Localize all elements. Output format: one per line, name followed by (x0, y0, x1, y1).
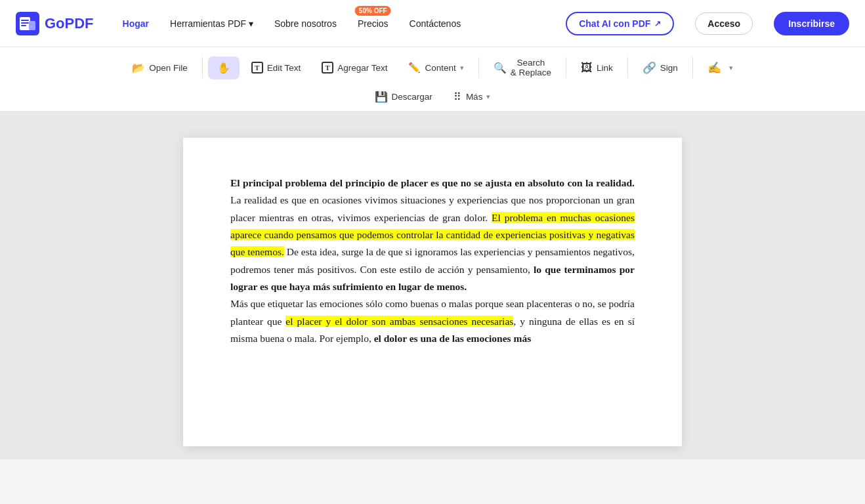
hand-icon: ✋ (217, 62, 230, 74)
descargar-icon: 💾 (375, 91, 388, 103)
nav-tools[interactable]: Herramientas PDF ▾ (170, 18, 253, 29)
search-replace-button[interactable]: 🔍 Search& Replace (484, 52, 560, 83)
toolbar-divider-5 (692, 57, 693, 78)
discount-badge: 50% OFF (355, 6, 391, 16)
agregar-text-button[interactable]: T Agregar Text (312, 56, 396, 79)
svg-rect-4 (21, 25, 26, 26)
sign-button[interactable]: ✍ ▾ (698, 56, 742, 80)
pdf-page: El principal problema del principio de p… (183, 138, 682, 446)
toolbar-divider-4 (627, 57, 628, 78)
svg-rect-2 (21, 20, 29, 21)
external-link-icon: ↗ (654, 19, 661, 28)
paragraph-highlight-2: el placer y el dolor son ambas sensacion… (285, 316, 513, 327)
sign-icon: ✍ (707, 61, 721, 75)
link-button[interactable]: 🔗 Sign (633, 56, 687, 80)
edit-text-button[interactable]: T Edit Text (242, 56, 310, 79)
logo-text: GoPDF (45, 15, 94, 32)
nav-home[interactable]: Hogar (123, 18, 149, 29)
chat-ai-button[interactable]: Chat AI con PDF ↗ (566, 12, 674, 35)
edit-text-icon: T (251, 62, 263, 74)
logo[interactable]: GoPDF (16, 12, 94, 35)
svg-rect-5 (29, 21, 35, 30)
link-icon: 🔗 (643, 61, 656, 75)
content-button[interactable]: ✏️ Content ▾ (399, 56, 473, 79)
navbar: GoPDF Hogar Herramientas PDF ▾ Sobre nos… (0, 0, 865, 47)
search-icon: 🔍 (494, 62, 507, 74)
open-file-icon: 📂 (132, 62, 145, 74)
paragraph-bold-3: el dolor es una de las emociones más (374, 333, 532, 344)
open-file-button[interactable]: 📂 Open File (123, 56, 197, 79)
logo-icon (16, 12, 39, 35)
pencil-icon: ✏️ (408, 62, 421, 74)
mas-button[interactable]: ⠿ Más ▾ (444, 85, 500, 108)
agregar-text-icon: T (322, 62, 333, 74)
nav-prices-wrapper[interactable]: 50% OFF Precios (358, 18, 389, 30)
pdf-paragraph: El principal problema del principio de p… (230, 175, 635, 347)
nav-contact[interactable]: Contáctenos (410, 18, 461, 29)
chevron-down-icon-sign: ▾ (729, 64, 733, 72)
pdf-text: El principal problema del principio de p… (230, 175, 635, 347)
toolbar-divider-2 (478, 57, 479, 78)
signup-button[interactable]: Inscribirse (774, 12, 849, 35)
search-replace-label: Search& Replace (511, 58, 551, 77)
content-area: El principal problema del principio de p… (0, 112, 865, 459)
toolbar: 📂 Open File ✋ T Edit Text T Agregar Text… (0, 47, 865, 112)
descargar-button[interactable]: 💾 Descargar (366, 85, 442, 108)
nav-prices[interactable]: Precios (358, 18, 389, 29)
add-image-button[interactable]: 🖼 Link (572, 56, 622, 80)
toolbar-row-1: 📂 Open File ✋ T Edit Text T Agregar Text… (123, 52, 742, 83)
toolbar-divider-3 (566, 57, 566, 78)
toolbar-divider-1 (202, 57, 203, 78)
chevron-down-icon: ▾ (460, 64, 464, 72)
add-image-icon: 🖼 (581, 61, 593, 75)
paragraph-bold-start: El principal problema del principio de p… (230, 177, 635, 188)
svg-rect-3 (21, 22, 29, 24)
mas-icon: ⠿ (454, 91, 462, 103)
toolbar-row-2: 💾 Descargar ⠿ Más ▾ (366, 85, 500, 108)
hand-tool-button[interactable]: ✋ (208, 56, 240, 79)
access-button[interactable]: Acceso (695, 12, 753, 35)
chevron-down-icon-mas: ▾ (486, 93, 490, 101)
nav-about[interactable]: Sobre nosotros (274, 18, 337, 29)
chevron-down-icon: ▾ (249, 18, 253, 29)
